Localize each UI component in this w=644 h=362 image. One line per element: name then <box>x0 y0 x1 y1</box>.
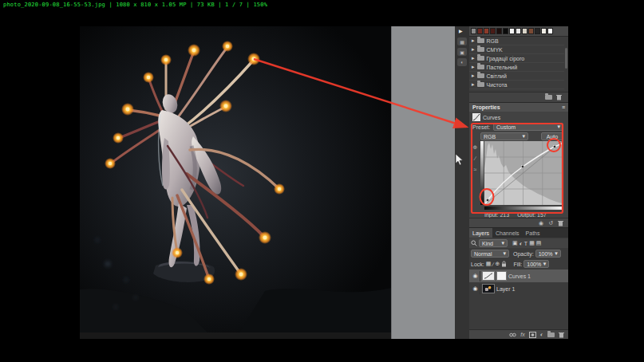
layer-visibility-icon[interactable]: ◉ <box>471 284 480 294</box>
swatch[interactable] <box>503 28 508 34</box>
preset-label: Чистота <box>487 82 508 88</box>
draw-curve-icon[interactable]: ∕ <box>472 155 479 162</box>
adjustment-thumbnail[interactable] <box>482 271 495 281</box>
channel-select[interactable]: RGB ▾ <box>480 132 528 140</box>
folder-icon <box>477 47 484 52</box>
properties-panel: Properties ≡ Curves Preset: Custom ▾ <box>469 102 568 227</box>
swatch[interactable] <box>522 28 527 34</box>
layer-effects-icon[interactable]: fx <box>520 332 524 337</box>
reset-icon[interactable]: ↺ <box>548 220 553 226</box>
filter-type-icon[interactable]: T <box>524 241 527 246</box>
lock-transparency-icon[interactable]: ▦ <box>486 261 492 267</box>
disclosure-icon[interactable]: ▸ <box>472 64 475 70</box>
opacity-select[interactable]: 100% ▾ <box>535 250 561 258</box>
expand-panels-icon[interactable]: ▶ <box>459 28 463 33</box>
preset-row[interactable]: ▸ RGB <box>469 37 564 45</box>
blend-mode-select[interactable]: Normal ▾ <box>471 250 509 258</box>
output-value[interactable]: 157 <box>537 212 547 218</box>
filter-shape-icon[interactable]: ▦ <box>529 240 535 246</box>
add-mask-icon[interactable] <box>529 332 536 338</box>
swatch[interactable] <box>471 28 476 34</box>
adjustment-title: Curves <box>483 115 500 120</box>
panel-menu-icon[interactable]: ≡ <box>562 104 565 110</box>
tab-paths[interactable]: Paths <box>523 228 543 238</box>
layer-visibility-icon[interactable]: ◉ <box>471 271 480 281</box>
new-group-icon[interactable] <box>547 332 555 337</box>
layer-name[interactable]: Layer 1 <box>496 286 515 292</box>
disclosure-icon[interactable]: ▸ <box>472 55 475 61</box>
preset-list-scrollbar[interactable] <box>565 48 567 69</box>
swatch[interactable] <box>535 28 540 34</box>
swatch[interactable] <box>496 28 502 34</box>
swatch[interactable] <box>509 28 515 34</box>
link-layers-icon[interactable] <box>509 332 516 337</box>
curves-adjustment-icon <box>472 113 480 121</box>
curve-point-mid <box>522 166 524 168</box>
layer-mask-thumbnail[interactable] <box>496 271 507 281</box>
dock-panel-icon-3[interactable]: ◐ <box>457 58 467 66</box>
layer-row-curves[interactable]: ◉ Curves 1 <box>469 270 568 282</box>
dock-panel-icon-2[interactable]: ▣ <box>457 48 467 56</box>
swatch[interactable] <box>490 28 496 34</box>
swatch[interactable] <box>516 28 521 34</box>
swatch[interactable] <box>541 28 547 34</box>
trash-icon[interactable] <box>558 220 563 226</box>
properties-footer: ◉ ↺ <box>469 218 568 227</box>
swatch[interactable] <box>484 28 489 34</box>
disclosure-icon[interactable]: ▸ <box>472 73 475 79</box>
filter-kind-select[interactable]: Kind ▾ <box>479 239 508 247</box>
layer-filter-row: Kind ▾ ▣ ◐ T ▦ ▤ <box>469 238 568 248</box>
preset-row[interactable]: ▸ Пастельний <box>469 63 564 72</box>
lock-pixels-icon[interactable]: ∕ <box>492 262 493 267</box>
targeted-adjustment-icon[interactable]: ⊕ <box>472 144 479 151</box>
folder-icon <box>477 56 484 61</box>
folder-icon <box>477 73 484 78</box>
layers-tabbar: Layers Channels Paths <box>469 228 568 238</box>
preset-label: Preset: <box>472 124 490 130</box>
input-value[interactable]: 213 <box>500 212 509 218</box>
new-adjustment-icon[interactable]: ◐ <box>540 332 543 337</box>
panel-dock: ▶ ▦ ▣ ◐ <box>455 26 469 339</box>
delete-layer-icon[interactable] <box>559 332 564 338</box>
filter-smart-icon[interactable]: ▤ <box>536 240 542 246</box>
properties-header: Properties ≡ <box>469 103 568 112</box>
chevron-down-icon: ▾ <box>555 250 558 257</box>
lock-position-icon[interactable]: ⊕ <box>496 261 500 267</box>
filter-adjustment-icon[interactable]: ◐ <box>520 241 523 246</box>
preset-row[interactable]: ▸ Чистота <box>469 81 564 89</box>
lock-all-icon[interactable] <box>501 261 507 267</box>
disclosure-icon[interactable]: ▸ <box>472 46 475 53</box>
trash-icon[interactable] <box>556 94 562 100</box>
disclosure-icon[interactable]: ▸ <box>472 81 475 88</box>
tab-channels[interactable]: Channels <box>492 228 523 238</box>
swatch[interactable] <box>528 28 534 34</box>
chevron-down-icon: ▾ <box>557 124 560 130</box>
preset-row[interactable]: ▸ CMYK <box>469 45 564 54</box>
preset-label: Світлий <box>487 73 507 79</box>
tab-layers[interactable]: Layers <box>469 228 492 238</box>
output-readout: Output: 157 <box>517 212 547 218</box>
curves-graph[interactable] <box>484 141 562 205</box>
disclosure-icon[interactable]: ▸ <box>472 37 475 44</box>
preset-row[interactable]: ▸ Світлий <box>469 72 564 81</box>
dock-panel-icon-1[interactable]: ▦ <box>457 37 467 45</box>
swatch[interactable] <box>477 28 483 34</box>
preset-label: CMYK <box>487 47 503 53</box>
new-folder-icon[interactable] <box>545 95 552 100</box>
auto-button[interactable]: Auto <box>541 132 563 140</box>
layer-row-image[interactable]: ◉ Layer 1 <box>469 282 568 295</box>
preset-row[interactable]: ▸ Градації сірого <box>469 54 564 63</box>
visibility-icon[interactable]: ◉ <box>539 220 543 226</box>
smooth-curve-icon[interactable]: ≈ <box>472 167 479 173</box>
preset-select[interactable]: Custom ▾ <box>493 123 563 131</box>
curve-point-highlight <box>554 146 556 148</box>
photoshop-window: ▶ ▦ ▣ ◐ <box>80 26 568 339</box>
layer-thumbnail[interactable] <box>482 284 495 293</box>
swatch[interactable] <box>547 28 553 34</box>
layer-name[interactable]: Curves 1 <box>508 273 531 279</box>
filter-image-icon[interactable]: ▣ <box>512 240 518 246</box>
file-info-overlay: photo_2020-09-08_16-55-53.jpg | 1080 x 8… <box>3 2 267 8</box>
fill-select[interactable]: 100% ▾ <box>523 260 549 268</box>
layers-panel: Layers Channels Paths Kind ▾ ▣ ◐ T <box>469 227 568 339</box>
canvas-document[interactable] <box>80 26 391 332</box>
